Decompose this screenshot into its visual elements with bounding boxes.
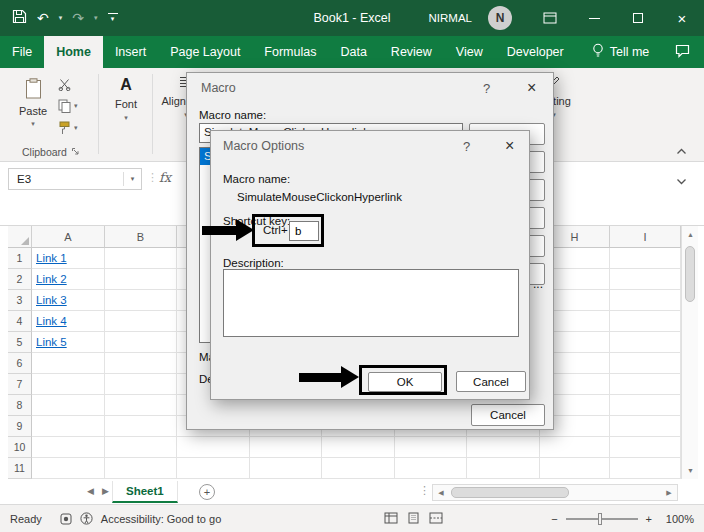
select-all-corner[interactable]: [8, 226, 32, 248]
font-group-collapsed[interactable]: A Font ▾: [104, 76, 148, 122]
zoom-out-icon[interactable]: −: [551, 513, 557, 525]
cell-i5[interactable]: [610, 332, 681, 353]
row-header-9[interactable]: 9: [8, 416, 32, 437]
cell-b6[interactable]: [105, 353, 177, 374]
tab-home[interactable]: Home: [44, 36, 103, 68]
cell-a4[interactable]: Link 4: [32, 311, 105, 332]
cell-b2[interactable]: [105, 269, 177, 290]
sheet-tab-sheet1[interactable]: Sheet1: [112, 481, 178, 503]
cell-a7[interactable]: [32, 374, 105, 395]
cell-i4[interactable]: [610, 311, 681, 332]
copy-dropdown-icon[interactable]: ▾: [74, 102, 78, 110]
minimize-button[interactable]: [572, 0, 616, 36]
avatar[interactable]: N: [488, 6, 512, 30]
clipboard-dialog-launcher-icon[interactable]: [71, 146, 80, 158]
column-header-b[interactable]: B: [105, 226, 177, 248]
cell-i1[interactable]: [610, 248, 681, 269]
scroll-down-icon[interactable]: ▼: [682, 462, 699, 479]
cell-a5[interactable]: Link 5: [32, 332, 105, 353]
normal-view-icon[interactable]: [384, 512, 398, 526]
scroll-right-icon[interactable]: ▶: [661, 485, 677, 500]
cell-i6[interactable]: [610, 353, 681, 374]
cell-b3[interactable]: [105, 290, 177, 311]
redo-icon[interactable]: ↷: [72, 11, 84, 25]
options-cancel-button[interactable]: Cancel: [456, 371, 526, 392]
ribbon-display-options-icon[interactable]: [528, 0, 572, 36]
tab-developer[interactable]: Developer: [495, 36, 576, 68]
vertical-scroll-thumb[interactable]: [685, 246, 695, 302]
hyperlink-4[interactable]: Link 4: [32, 311, 67, 331]
macro-options-help-icon[interactable]: ?: [463, 139, 470, 154]
row-header-6[interactable]: 6: [8, 353, 32, 374]
cell-i2[interactable]: [610, 269, 681, 290]
redo-dropdown-icon[interactable]: ▾: [94, 14, 98, 22]
zoom-in-icon[interactable]: +: [646, 513, 652, 525]
new-sheet-button[interactable]: +: [199, 484, 215, 500]
collapse-ribbon-icon[interactable]: [676, 144, 687, 158]
format-painter-button[interactable]: ▾: [58, 120, 78, 136]
maximize-button[interactable]: [616, 0, 660, 36]
macro-dialog-help-icon[interactable]: ?: [483, 81, 490, 96]
expand-formula-bar-icon[interactable]: [676, 174, 687, 188]
cell-h11[interactable]: [540, 458, 610, 479]
cell-a3[interactable]: Link 3: [32, 290, 105, 311]
formula-bar-handle-icon[interactable]: ⋮: [147, 171, 158, 184]
page-break-view-icon[interactable]: [429, 512, 443, 526]
cell-b1[interactable]: [105, 248, 177, 269]
insert-function-icon[interactable]: fx: [159, 170, 171, 185]
cell-a10[interactable]: [32, 437, 105, 458]
tab-splitter-icon[interactable]: ⋮: [419, 484, 430, 497]
cell-i8[interactable]: [610, 395, 681, 416]
cell-a9[interactable]: [32, 416, 105, 437]
row-header-4[interactable]: 4: [8, 311, 32, 332]
macro-dialog-cancel-button[interactable]: Cancel: [471, 404, 545, 426]
row-header-3[interactable]: 3: [8, 290, 32, 311]
cell-b11[interactable]: [105, 458, 177, 479]
format-painter-dropdown-icon[interactable]: ▾: [74, 124, 78, 132]
hyperlink-2[interactable]: Link 2: [32, 269, 67, 289]
cell-i9[interactable]: [610, 416, 681, 437]
cell-b5[interactable]: [105, 332, 177, 353]
scroll-up-icon[interactable]: ▲: [682, 226, 699, 243]
sheet-nav-right-icon[interactable]: ▶: [99, 486, 112, 496]
cell-i7[interactable]: [610, 374, 681, 395]
cut-button[interactable]: [58, 76, 78, 92]
tell-me-box[interactable]: Tell me: [592, 36, 650, 68]
tab-page-layout[interactable]: Page Layout: [158, 36, 252, 68]
horizontal-scrollbar[interactable]: ◀ ▶: [432, 484, 678, 501]
undo-dropdown-icon[interactable]: ▾: [59, 14, 63, 22]
macro-dialog-close-icon[interactable]: ×: [527, 80, 536, 96]
copy-button[interactable]: ▾: [58, 98, 78, 114]
cell-i3[interactable]: [610, 290, 681, 311]
comment-icon[interactable]: [675, 44, 690, 61]
tab-formulas[interactable]: Formulas: [252, 36, 328, 68]
hyperlink-1[interactable]: Link 1: [32, 248, 67, 268]
row-header-8[interactable]: 8: [8, 395, 32, 416]
cells-covered[interactable]: [177, 437, 540, 458]
cell-b7[interactable]: [105, 374, 177, 395]
cell-a11[interactable]: [32, 458, 105, 479]
scroll-left-icon[interactable]: ◀: [433, 485, 449, 500]
tab-view[interactable]: View: [444, 36, 495, 68]
tab-data[interactable]: Data: [328, 36, 378, 68]
page-layout-view-icon[interactable]: [407, 512, 420, 526]
row-header-7[interactable]: 7: [8, 374, 32, 395]
zoom-level[interactable]: 100%: [660, 513, 694, 525]
tab-review[interactable]: Review: [379, 36, 444, 68]
column-header-i[interactable]: I: [610, 226, 681, 248]
cell-a2[interactable]: Link 2: [32, 269, 105, 290]
cell-i10[interactable]: [610, 437, 681, 458]
cell-b4[interactable]: [105, 311, 177, 332]
zoom-slider[interactable]: [566, 518, 638, 520]
record-macro-icon[interactable]: [60, 513, 72, 525]
cells-covered[interactable]: [177, 458, 540, 479]
cell-a8[interactable]: [32, 395, 105, 416]
cell-b10[interactable]: [105, 437, 177, 458]
cell-a6[interactable]: [32, 353, 105, 374]
account-name[interactable]: NIRMAL: [429, 12, 472, 24]
cell-b9[interactable]: [105, 416, 177, 437]
accessibility-status[interactable]: Accessibility: Good to go: [101, 513, 221, 525]
row-header-1[interactable]: 1: [8, 248, 32, 269]
description-textarea[interactable]: [223, 269, 519, 337]
horizontal-scroll-thumb[interactable]: [451, 487, 569, 498]
